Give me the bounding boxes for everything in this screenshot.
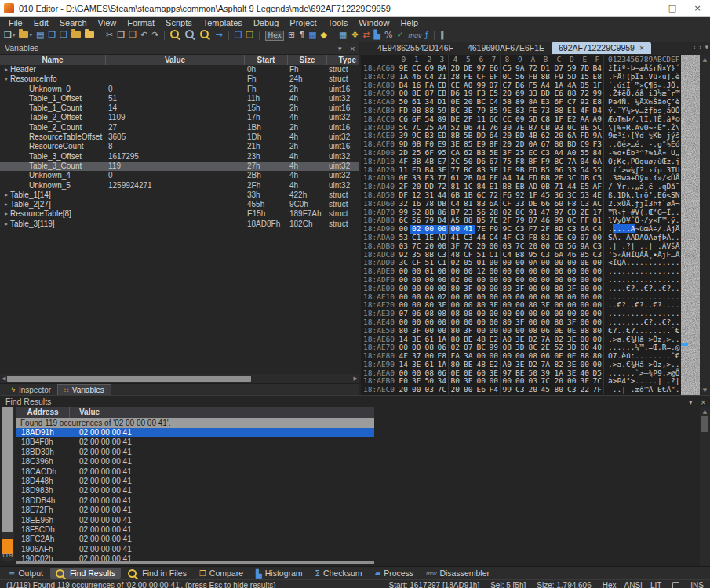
hex-byte[interactable]: 00 xyxy=(410,285,424,293)
hex-byte[interactable]: 81 xyxy=(462,200,475,209)
find-results-vscrollbar-right[interactable]: ▲ xyxy=(700,407,710,567)
new-file-dropdown-icon[interactable]: ▾ xyxy=(13,32,16,38)
save-icon[interactable]: ▤ xyxy=(36,29,44,42)
hex-byte[interactable]: 20 xyxy=(397,386,410,394)
variables-hscrollbar[interactable]: ◀ ▶ xyxy=(0,374,359,383)
hex-byte[interactable]: 3F xyxy=(514,285,527,293)
find-results-hscrollbar[interactable] xyxy=(16,561,374,564)
hex-byte[interactable]: 46 xyxy=(410,73,424,82)
hex-byte[interactable]: F8 xyxy=(566,200,579,209)
hex-byte[interactable]: 00 xyxy=(475,285,488,293)
status-tab-compare[interactable]: ❐Compare xyxy=(194,568,249,579)
hex-byte[interactable]: 56 xyxy=(514,73,527,82)
status-tab-disassembler[interactable]: movDisassembler xyxy=(421,568,495,579)
hex-byte[interactable]: CC xyxy=(501,115,514,124)
hex-byte[interactable]: D6 xyxy=(475,158,488,166)
hex-byte[interactable]: C0 xyxy=(552,242,566,251)
variables-row[interactable]: Table_1_Offset5111h4huint32 xyxy=(0,94,359,103)
hex-ascii[interactable]: €?..€?........ˆ€ xyxy=(608,327,680,336)
hex-byte[interactable]: 04 xyxy=(578,158,592,166)
hex-byte[interactable]: CF xyxy=(475,73,488,82)
hex-ascii[interactable]: .| .?| ..| .ÀVšÃ xyxy=(608,242,680,251)
document-tab-1[interactable]: 4619690AF67E6F1E xyxy=(461,42,552,54)
hex-byte[interactable]: 80 xyxy=(501,285,514,293)
check-script-icon[interactable]: ✓ xyxy=(396,29,403,42)
find-results-right-thumb[interactable] xyxy=(701,416,708,432)
hex-byte[interactable]: 6A xyxy=(488,200,501,209)
variables-row[interactable]: Table_3_Count11927h4huint32 xyxy=(0,162,359,171)
hex-byte[interactable]: 3F xyxy=(462,285,475,293)
hex-byte[interactable]: 80 xyxy=(449,285,462,293)
swap-bytes-icon[interactable]: ⇄ xyxy=(362,29,370,42)
variables-panel-menu-icon[interactable]: ▾ xyxy=(334,45,346,53)
find-results-scroll-thumb[interactable] xyxy=(2,407,13,532)
tree-collapsed-icon[interactable]: ▸ xyxy=(2,209,10,219)
find-result-row[interactable]: 18FC2Ah02 00 00 00 41 xyxy=(16,535,374,544)
menu-file[interactable]: File xyxy=(3,17,28,29)
find-result-row[interactable]: 1906AFh02 00 00 00 41 xyxy=(16,545,374,554)
hex-byte[interactable]: 00 xyxy=(436,327,450,336)
hex-byte[interactable]: 03 xyxy=(501,242,514,251)
hex-byte[interactable]: 5D xyxy=(526,115,540,124)
variables-row[interactable]: Unknown_00Fh2huint16 xyxy=(0,85,359,94)
variables-row[interactable]: ▸Header0hFhstruct xyxy=(0,65,359,74)
hex-byte[interactable]: 7C xyxy=(410,242,424,251)
next-tab-icon[interactable]: › xyxy=(699,43,702,51)
hex-byte[interactable]: FE xyxy=(462,73,475,82)
hex-byte[interactable]: 54 xyxy=(423,115,436,124)
variables-row[interactable]: Table_2_Offset110917h4huint32 xyxy=(0,113,359,122)
bookmark-blue-icon[interactable]: ❑ xyxy=(235,29,242,42)
status-tab-histogram[interactable]: ▙Histogram xyxy=(250,568,308,579)
bookmark-yellow-icon[interactable]: ❑ xyxy=(246,29,254,42)
column-mode-icon[interactable]: ▦ xyxy=(308,29,316,42)
hex-byte[interactable]: 00 xyxy=(540,242,553,251)
hex-byte[interactable]: 7F xyxy=(592,386,605,394)
find-col-address[interactable]: Address xyxy=(16,407,70,418)
maximize-button[interactable]: □ xyxy=(660,0,685,17)
hex-byte[interactable]: 15 xyxy=(578,73,592,82)
hex-byte[interactable]: 00 xyxy=(410,386,424,394)
new-file-icon[interactable]: ❏ xyxy=(4,29,12,42)
hex-ascii[interactable]: .FÄ!(þÏï.Vû‹ù].è xyxy=(608,73,680,82)
hex-byte[interactable]: CF xyxy=(501,200,514,209)
cut-icon[interactable]: ✂ xyxy=(106,29,113,42)
hex-byte[interactable]: 00 xyxy=(526,285,540,293)
hex-byte[interactable]: 22 xyxy=(578,386,592,394)
folder-icon[interactable] xyxy=(71,29,81,42)
scroll-up-icon[interactable]: ▲ xyxy=(700,408,710,415)
histogram-tool-icon[interactable]: ▙ xyxy=(374,29,380,42)
menu-project[interactable]: Project xyxy=(284,17,322,29)
run-script-icon[interactable]: ƒ xyxy=(425,29,428,42)
hex-byte[interactable]: 09 xyxy=(514,115,527,124)
hex-byte[interactable]: 4B xyxy=(423,158,436,166)
hex-byte[interactable]: 00 xyxy=(397,285,410,293)
bottom-tab-inspector[interactable]: ϟInspector xyxy=(5,384,57,395)
hex-byte[interactable]: DE xyxy=(526,200,540,209)
scroll-left-icon[interactable]: ◀ xyxy=(2,376,5,382)
hex-byte[interactable]: 88 xyxy=(578,327,592,336)
hex-byte[interactable]: 4F xyxy=(397,158,410,166)
hex-byte[interactable]: C6 xyxy=(397,115,410,124)
menu-debug[interactable]: Debug xyxy=(248,17,284,29)
hex-byte[interactable]: 00 xyxy=(488,327,501,336)
status-tab-output[interactable]: ≡Output xyxy=(3,568,49,579)
minimize-button[interactable]: – xyxy=(635,0,660,17)
hex-byte[interactable]: 00 xyxy=(436,242,450,251)
paste-icon[interactable]: ❒ xyxy=(129,29,137,42)
find-result-row[interactable]: 18F5CDh02 00 00 00 41 xyxy=(16,525,374,535)
scroll-down-icon[interactable]: ▼ xyxy=(700,387,710,394)
find-results-menu-icon[interactable]: ▾ xyxy=(685,398,697,406)
hex-mode-button[interactable]: Hex xyxy=(265,31,283,41)
variables-row[interactable]: ▸Table_3[119]18AD8Fh182Chstruct xyxy=(0,220,359,229)
hex-byte[interactable]: C3 xyxy=(514,386,527,394)
folder-new-icon[interactable] xyxy=(85,29,94,42)
hex-byte[interactable]: 8B xyxy=(540,73,553,82)
hex-byte[interactable]: 66 xyxy=(540,200,553,209)
menu-templates[interactable]: Templates xyxy=(198,17,248,29)
variables-row[interactable]: ▸ResourceTable[8]E15h189F7Ahstruct xyxy=(0,209,359,219)
hex-byte[interactable]: 00 xyxy=(475,327,488,336)
hex-byte[interactable]: 3F xyxy=(449,242,462,251)
hex-byte[interactable]: 80 xyxy=(397,327,410,336)
tab-list-icon[interactable]: ▾ xyxy=(705,43,708,51)
variables-row[interactable]: ▾ResourceInfoFh24hstruct xyxy=(0,74,359,84)
